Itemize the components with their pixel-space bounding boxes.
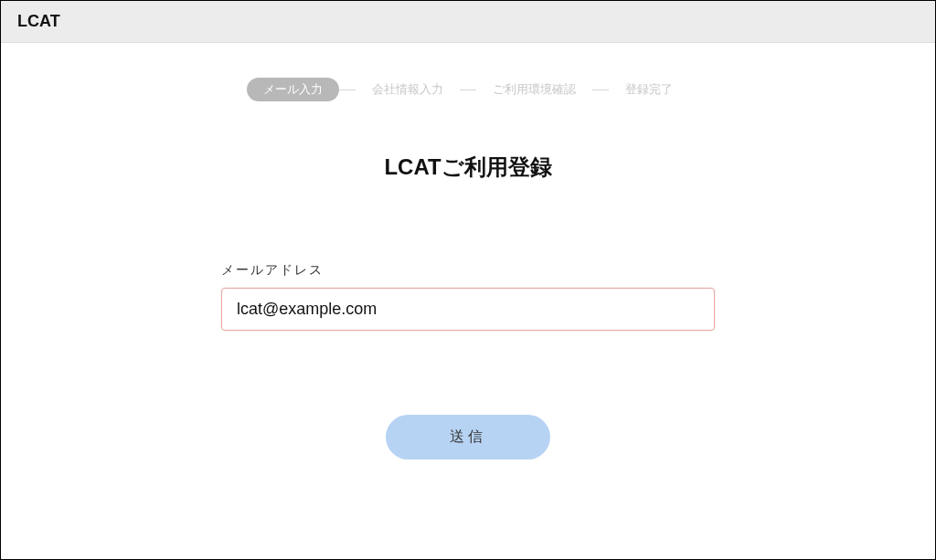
registration-form: メールアドレス <box>221 262 715 331</box>
step-connector <box>592 90 609 90</box>
step-environment-check: ご利用環境確認 <box>476 78 592 101</box>
email-field[interactable] <box>221 288 715 331</box>
step-connector <box>339 90 356 90</box>
main-content: メール入力 会社情報入力 ご利用環境確認 登録完了 LCATご利用登録 メールア… <box>1 43 935 460</box>
step-email-input: メール入力 <box>247 78 339 101</box>
header-bar: LCAT <box>1 1 935 43</box>
submit-wrapper: 送信 <box>386 415 550 460</box>
step-connector <box>460 90 476 90</box>
app-title: LCAT <box>17 12 919 31</box>
email-label: メールアドレス <box>221 262 715 279</box>
step-company-info: 会社情報入力 <box>356 78 460 101</box>
submit-button[interactable]: 送信 <box>386 415 550 460</box>
step-registration-complete: 登録完了 <box>609 78 689 101</box>
progress-stepper: メール入力 会社情報入力 ご利用環境確認 登録完了 <box>247 78 689 101</box>
page-title: LCATご利用登録 <box>384 153 551 182</box>
